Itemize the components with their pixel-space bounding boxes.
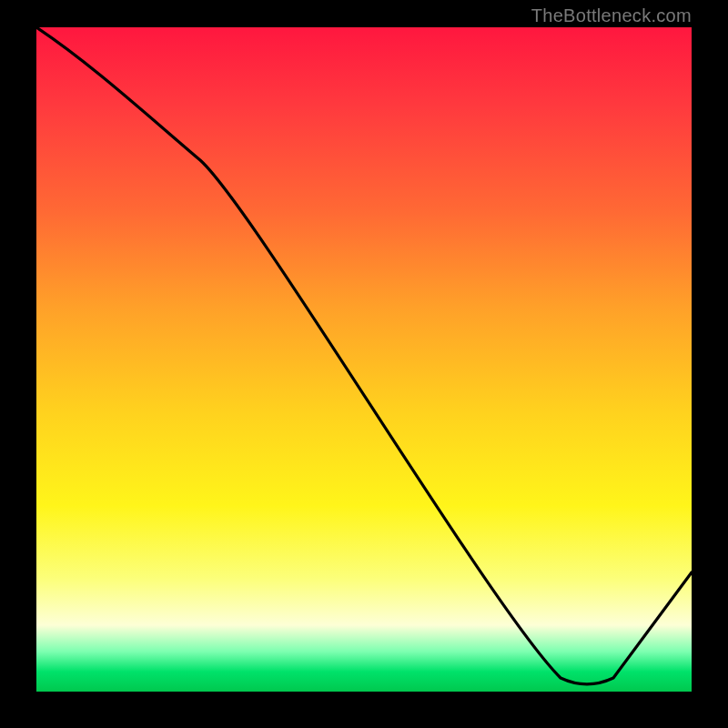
plot-area: [36, 27, 692, 692]
watermark-text: TheBottleneck.com: [531, 5, 692, 26]
chart-frame: TheBottleneck.com: [0, 0, 728, 728]
bottleneck-curve: [36, 27, 692, 692]
